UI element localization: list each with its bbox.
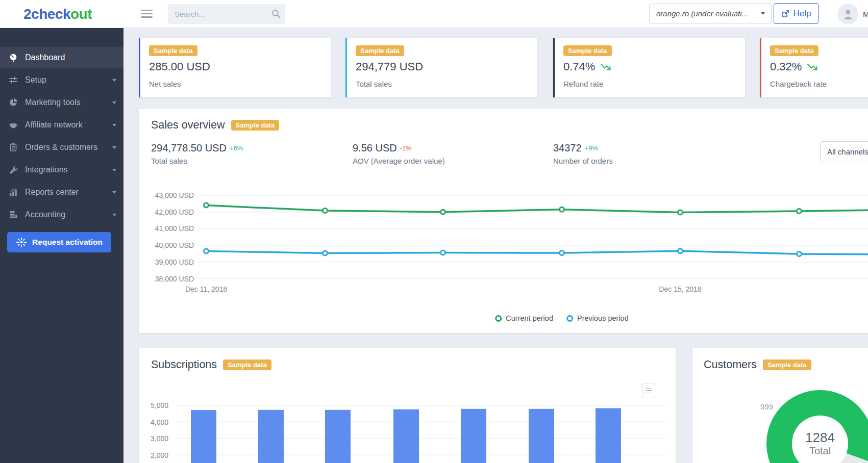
donut-center-value: 1284	[805, 430, 835, 446]
svg-text:3,000: 3,000	[151, 434, 168, 443]
customers-donut-chart	[692, 369, 868, 463]
svg-text:43,000 USD: 43,000 USD	[155, 191, 194, 199]
clipboard-icon	[9, 143, 18, 152]
svg-text:40,000 USD: 40,000 USD	[155, 241, 194, 249]
gauge-icon	[9, 53, 18, 62]
subscriptions-bar-chart: 5,0004,0003,0002,000	[139, 398, 676, 463]
metric-aov: 9.56 USD-1% AOV (Average order value)	[353, 142, 445, 165]
svg-text:41,000 USD: 41,000 USD	[155, 224, 194, 233]
sidebar-item-label: Affiliate network	[25, 120, 83, 130]
subscriptions-panel: Subscriptions Sample data 5,0004,0003,00…	[139, 348, 676, 463]
sidebar-item-label: Setup	[25, 75, 46, 85]
pie-chart-icon	[9, 98, 18, 107]
sample-data-badge: Sample data	[149, 45, 197, 56]
sparkle-icon	[16, 237, 27, 248]
stat-label: Total sales	[356, 80, 392, 88]
channel-filter-select[interactable]: All channels	[820, 141, 868, 162]
bar-chart-icon	[9, 188, 18, 197]
chevron-down-icon	[112, 79, 116, 82]
chart-menu-icon[interactable]	[642, 383, 655, 398]
donut-center-label: Total	[809, 445, 831, 457]
logo-text-blue: 2check	[23, 6, 70, 22]
stat-card-total-sales: Sample data 294,779 USD Total sales	[345, 38, 537, 97]
help-label: Help	[793, 9, 811, 19]
sidebar-item-dashboard[interactable]: Dashboard	[0, 47, 123, 68]
svg-text:5,000: 5,000	[151, 401, 168, 409]
search-box	[168, 4, 285, 24]
chevron-down-icon	[112, 101, 116, 104]
legend-item-current-period[interactable]: Current period	[495, 314, 553, 322]
chevron-down-icon	[761, 12, 765, 15]
sales-overview-panel: Sales overview Sample data 294,778.50 US…	[139, 109, 868, 333]
donut-slice-label: 999	[760, 402, 773, 411]
stat-label: Chargeback rate	[770, 80, 827, 88]
stat-label: Refund rate	[563, 80, 603, 88]
coins-icon	[9, 210, 18, 219]
chevron-down-icon	[112, 214, 116, 216]
chart-legend: Current period Previous period	[495, 314, 628, 322]
sidebar-item-reports-center[interactable]: Reports center	[0, 182, 123, 203]
stat-value: 0.74%	[563, 60, 612, 73]
legend-marker-icon	[495, 315, 502, 322]
trend-down-icon	[807, 63, 819, 71]
svg-text:4,000: 4,000	[151, 418, 168, 426]
legend-marker-icon	[566, 315, 573, 322]
sidebar: Dashboard Setup Marketing tools Affiliat…	[0, 28, 123, 463]
avatar[interactable]	[837, 4, 858, 24]
svg-text:Dec 11, 2018: Dec 11, 2018	[185, 285, 227, 293]
request-activation-button[interactable]: Request activation	[7, 232, 111, 252]
stat-value: 285.00 USD	[149, 60, 210, 73]
metric-total-sales: 294,778.50 USD+6% Total sales	[151, 142, 243, 165]
chevron-down-icon	[112, 191, 116, 194]
sidebar-item-marketing-tools[interactable]: Marketing tools	[0, 92, 123, 113]
metric-delta: +9%	[585, 144, 598, 152]
handshake-icon	[9, 120, 18, 130]
sidebar-item-affiliate-network[interactable]: Affiliate network	[0, 114, 123, 136]
sample-data-badge: Sample data	[356, 45, 404, 56]
sidebar-item-label: Reports center	[25, 188, 79, 197]
search-input[interactable]	[168, 4, 285, 24]
svg-text:42,000 USD: 42,000 USD	[155, 208, 194, 216]
merchant-selector-value: orange.ro (under evaluati...	[656, 9, 748, 18]
merchant-selector[interactable]: orange.ro (under evaluati...	[649, 4, 772, 23]
panel-title: Subscriptions	[151, 358, 217, 371]
chevron-down-icon	[112, 169, 116, 171]
wrench-icon	[9, 165, 18, 174]
panel-title: Sales overview	[151, 119, 225, 132]
sidebar-item-integrations[interactable]: Integrations	[0, 159, 123, 181]
sidebar-item-label: Dashboard	[25, 53, 65, 62]
request-activation-label: Request activation	[32, 238, 103, 247]
topbar: 2checkout orange.ro (under evaluati... H…	[0, 0, 868, 28]
user-name[interactable]: M	[863, 10, 868, 18]
chevron-down-icon	[112, 124, 116, 126]
sidebar-item-orders-customers[interactable]: Orders & customers	[0, 137, 123, 158]
metric-number-of-orders: 34372+9% Number of orders	[553, 142, 613, 165]
sales-line-chart: 43,000 USD42,000 USD41,000 USD40,000 USD…	[139, 185, 868, 310]
stat-value: 294,779 USD	[356, 60, 423, 73]
stat-card-chargeback-rate: Sample data 0.32% Chargeback rate	[760, 38, 868, 97]
stat-value: 0.32%	[770, 60, 819, 73]
customers-panel: Customers Sample data 999 1284 Total	[692, 348, 868, 463]
legend-item-previous-period[interactable]: Previous period	[566, 314, 629, 322]
sidebar-item-label: Integrations	[25, 165, 68, 174]
svg-text:Dec 15, 2018: Dec 15, 2018	[659, 285, 701, 293]
sidebar-item-setup[interactable]: Setup	[0, 69, 123, 91]
chevron-down-icon	[112, 146, 116, 149]
search-icon[interactable]	[271, 9, 281, 18]
stat-card-net-sales: Sample data 285.00 USD Net sales	[139, 38, 331, 97]
sample-data-badge: Sample data	[770, 45, 819, 56]
sidebar-item-label: Accounting	[25, 210, 65, 219]
user-icon	[842, 8, 854, 20]
help-button[interactable]: Help	[774, 3, 819, 24]
stat-card-refund-rate: Sample data 0.74% Refund rate	[553, 38, 745, 97]
external-link-icon	[781, 10, 789, 18]
hamburger-menu-icon[interactable]	[141, 10, 153, 18]
metric-delta: -1%	[400, 144, 412, 152]
trend-down-icon	[600, 63, 612, 71]
sidebar-item-label: Orders & customers	[25, 143, 97, 152]
svg-text:38,000 USD: 38,000 USD	[155, 275, 194, 283]
sample-data-badge: Sample data	[563, 45, 612, 56]
sidebar-item-accounting[interactable]: Accounting	[0, 204, 123, 225]
app-logo[interactable]: 2checkout	[23, 6, 92, 22]
stat-label: Net sales	[149, 80, 181, 88]
